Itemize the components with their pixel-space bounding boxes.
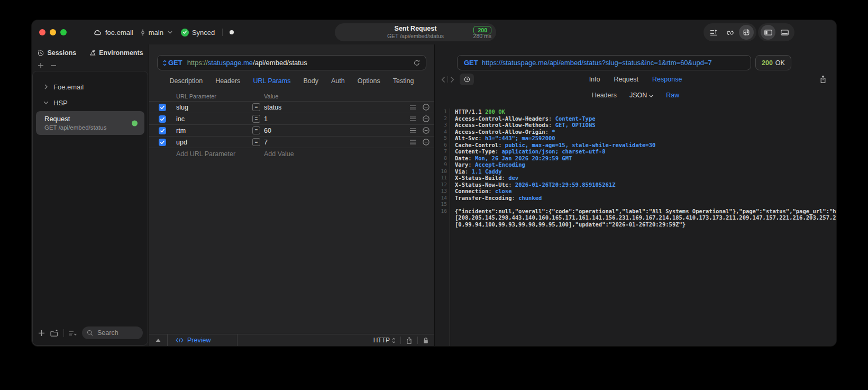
param-row: slug=status [149, 101, 434, 113]
line-number: 12 [435, 182, 450, 188]
raw-line: 10Via: 1.1 Caddy [435, 168, 836, 175]
export-response-icon[interactable] [819, 75, 827, 84]
line-content: HTTP/1.1 200 OK [450, 108, 836, 115]
tab-request[interactable]: Request [614, 76, 639, 83]
history-clock-icon[interactable] [460, 74, 474, 85]
tab-environments[interactable]: Environments [89, 49, 143, 57]
request-url-bar[interactable]: GET https://statuspage.me/api/embed/stat… [157, 55, 426, 70]
lock-icon[interactable] [423, 337, 429, 344]
tree-item-hsp[interactable]: HSP [33, 95, 148, 111]
tab-headers[interactable]: Headers [215, 77, 240, 85]
param-value[interactable]: status [264, 104, 403, 111]
param-name[interactable]: slug [176, 104, 252, 111]
resend-request-icon[interactable] [413, 59, 421, 67]
param-checkbox-checked[interactable] [159, 115, 166, 123]
param-name[interactable]: upd [176, 139, 252, 146]
share-icon[interactable] [406, 337, 413, 344]
tab-environments-label: Environments [99, 49, 143, 57]
tab-body[interactable]: Body [303, 77, 318, 85]
tab-description[interactable]: Description [170, 77, 203, 85]
project-selector[interactable]: foe.email [93, 29, 133, 37]
param-checkbox-checked[interactable] [159, 139, 166, 146]
response-url: https://statuspage.me/api/embed/status?s… [482, 59, 712, 67]
tab-info[interactable]: Info [589, 76, 600, 83]
param-value[interactable]: 60 [264, 127, 403, 134]
search-input[interactable] [96, 329, 138, 337]
environment-icon [89, 49, 96, 57]
param-name[interactable]: rtm [176, 127, 252, 134]
remove-session-icon[interactable] [50, 62, 57, 69]
method-selector[interactable]: GET [163, 59, 182, 67]
back-icon[interactable] [441, 76, 445, 83]
tab-auth[interactable]: Auth [331, 77, 345, 85]
line-content: Alt-Svc: h3=":443"; ma=2592000 [450, 135, 836, 142]
param-name[interactable]: inc [176, 115, 252, 123]
response-status-code: 200 [762, 59, 773, 67]
remove-param-button[interactable] [422, 115, 430, 123]
line-number: 10 [435, 168, 450, 175]
view-tab-headers[interactable]: Headers [592, 92, 617, 99]
close-window-button[interactable] [39, 29, 45, 35]
clock-icon [37, 49, 44, 57]
line-number: 2 [435, 115, 450, 122]
raw-response[interactable]: 1HTTP/1.1 200 OK2Access-Control-Allow-He… [435, 108, 836, 346]
line-content: {"incidents":null,"overall":{"code":"ope… [450, 208, 836, 228]
request-order-icon[interactable] [706, 25, 721, 40]
import-export-icon[interactable] [739, 25, 754, 40]
line-content-empty [450, 228, 836, 346]
tab-sessions[interactable]: Sessions [37, 49, 76, 57]
forward-icon[interactable] [450, 76, 454, 83]
minimize-window-button[interactable] [50, 29, 56, 35]
expand-panel-button[interactable] [149, 334, 168, 346]
sidebar-search[interactable] [82, 326, 143, 339]
new-folder-icon[interactable] [50, 329, 59, 337]
preview-toggle[interactable]: Preview [176, 337, 211, 344]
request-list-item-selected[interactable]: Request GET /api/embed/status [36, 111, 144, 135]
drag-handle-icon[interactable] [409, 139, 416, 145]
remove-param-button[interactable] [422, 103, 430, 111]
view-tab-raw[interactable]: Raw [666, 92, 679, 99]
param-value[interactable]: 7 [264, 139, 403, 146]
response-url-bar[interactable]: GET https://statuspage.me/api/embed/stat… [457, 55, 751, 70]
add-request-icon[interactable] [38, 330, 45, 337]
add-param-name-placeholder[interactable]: Add URL Parameter [176, 150, 252, 158]
add-param-value-placeholder[interactable]: Add Value [264, 150, 403, 158]
view-tab-json[interactable]: JSON [629, 92, 653, 99]
add-session-icon[interactable] [38, 62, 44, 69]
titlebar: foe.email main Synced Sent Re [32, 20, 836, 45]
equals-icon: = [252, 115, 260, 123]
add-param-row[interactable]: Add URL Parameter Add Value [149, 148, 434, 159]
drag-handle-icon[interactable] [409, 116, 416, 122]
branch-selector[interactable]: main [140, 29, 172, 37]
drag-handle-icon[interactable] [409, 128, 416, 133]
remove-param-button[interactable] [422, 138, 430, 146]
sort-list-icon[interactable] [69, 330, 77, 337]
tree-item-label: Foe.email [53, 83, 84, 91]
sync-loop-icon[interactable] [723, 25, 737, 40]
gutter-filler [435, 228, 836, 346]
tab-response[interactable]: Response [652, 76, 682, 83]
response-view-tabs: HeadersJSONRaw [435, 88, 836, 102]
tab-url-params[interactable]: URL Params [253, 77, 290, 85]
tab-testing[interactable]: Testing [393, 77, 414, 85]
chevron-down-icon [168, 31, 172, 34]
unsaved-indicator-dot [230, 30, 234, 34]
protocol-selector[interactable]: HTTP [373, 337, 396, 344]
request-url[interactable]: https://statuspage.me/api/embed/status [187, 59, 307, 67]
drag-handle-icon[interactable] [409, 104, 416, 110]
response-pane: GET https://statuspage.me/api/embed/stat… [435, 44, 836, 346]
line-number: 13 [435, 188, 450, 195]
response-top-row: GET https://statuspage.me/api/embed/stat… [435, 44, 836, 70]
sync-status[interactable]: Synced [181, 29, 215, 37]
zoom-window-button[interactable] [60, 29, 67, 35]
toggle-bottom-panel-icon[interactable] [777, 25, 792, 40]
remove-param-button[interactable] [422, 126, 430, 134]
param-value[interactable]: 1 [264, 115, 403, 123]
toggle-left-sidebar-icon[interactable] [761, 25, 775, 40]
param-checkbox-checked[interactable] [159, 104, 166, 111]
tree-item-foe-email[interactable]: Foe.email [33, 79, 148, 95]
line-content: Via: 1.1 Caddy [450, 168, 836, 175]
param-checkbox-checked[interactable] [159, 127, 166, 134]
tab-options[interactable]: Options [358, 77, 380, 85]
sent-request-summary[interactable]: Sent Request GET /api/embed/status 200 2… [335, 23, 496, 41]
